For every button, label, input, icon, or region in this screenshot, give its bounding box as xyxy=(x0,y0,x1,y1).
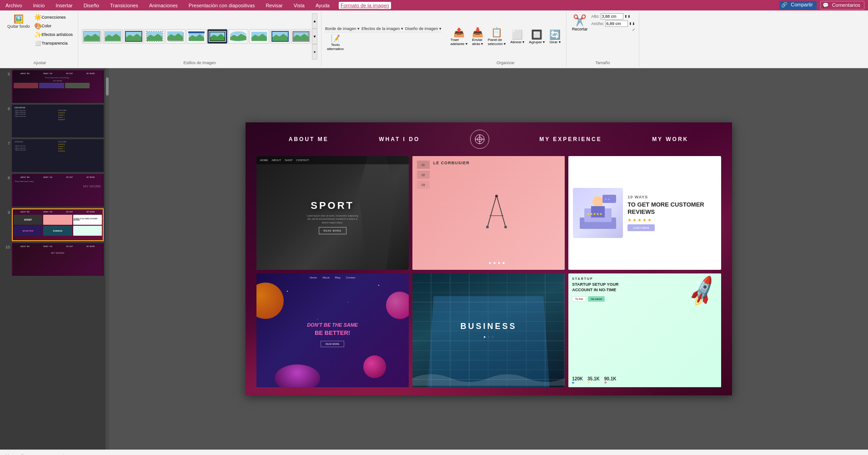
menu-revisar[interactable]: Revisar xyxy=(264,2,284,9)
menu-inicio[interactable]: Inicio xyxy=(31,2,47,9)
style-rect6[interactable] xyxy=(186,29,206,44)
styles-scroll-up[interactable]: ▲ xyxy=(312,13,317,29)
corbusier-dot3: ● xyxy=(497,260,500,265)
notes-placeholder: Haga clic para agregar notas xyxy=(5,454,70,455)
notes-bar[interactable]: Haga clic para agregar notas xyxy=(0,450,868,455)
organizar-label: Organizar xyxy=(497,60,515,65)
slide-img-5[interactable]: ABOUT MEWHAT I DOMY EXPMY WORK There hav… xyxy=(12,70,104,103)
corbusier-dot4: ● xyxy=(502,260,505,265)
menu-diseno[interactable]: Diseño xyxy=(82,2,101,9)
ancho-expand[interactable]: ⬆⬇ xyxy=(629,22,635,26)
texto-alternativo-btn[interactable]: 📝 Textoalternativo xyxy=(325,33,346,52)
card-corbusier[interactable]: 01 02 03 LE CORBUSIER xyxy=(412,156,565,270)
style-rect9[interactable] xyxy=(291,29,311,44)
efectos-imagen-btn[interactable]: Efectos de la imagen ▾ xyxy=(361,26,403,31)
style-rect1[interactable] xyxy=(82,29,102,44)
ancho-input[interactable] xyxy=(605,20,628,27)
corbusier-num1: 01 xyxy=(417,161,430,169)
svg-point-28 xyxy=(495,195,498,197)
slide-thumb-5[interactable]: 5 ABOUT MEWHAT I DOMY EXPMY WORK There h… xyxy=(2,70,104,103)
svg-rect-11 xyxy=(188,31,205,33)
menu-ayuda[interactable]: Ayuda xyxy=(314,2,331,9)
alinear-btn[interactable]: ⬜ Alinear ▾ xyxy=(508,28,526,45)
slide-canvas[interactable]: ABOUT ME WHAT I DO MY EXPERIENCE xyxy=(246,122,732,395)
space-read-more[interactable]: READ MORE xyxy=(321,341,344,347)
space-nav-home: Home xyxy=(310,276,317,279)
comments-button[interactable]: 💬 Comentarios xyxy=(820,1,864,10)
slide-img-10[interactable]: ABOUT MEWHAT I DOMY EXPMY WORK MY WORK xyxy=(12,243,104,276)
quitar-fondo-button[interactable]: 🖼️ Quitar fondo xyxy=(5,13,32,30)
style-rect8[interactable] xyxy=(270,29,290,44)
slide-panel-scrollbar[interactable] xyxy=(105,68,109,450)
star2: ★ xyxy=(632,217,637,222)
size-expand-icon[interactable]: ⤢ xyxy=(592,28,635,32)
enviar-atras-btn[interactable]: 📥 Enviaratrás ▾ xyxy=(470,26,485,47)
menu-transiciones[interactable]: Transiciones xyxy=(108,2,140,9)
stat3-num: 90.1K xyxy=(604,376,617,381)
sport-card-nav: HOME ABOUT SHOP CONTACT xyxy=(256,156,409,164)
corbusier-dot2: ● xyxy=(493,260,496,265)
reviews-number: 10 WAYS xyxy=(627,195,716,199)
card-startup[interactable]: STARTUP STARTUP SETUP YOUR ACCOUNT IN NO… xyxy=(568,273,721,387)
borde-btn[interactable]: Borde de imagen ▾ xyxy=(325,26,360,31)
startup-btn2[interactable]: Get started xyxy=(588,296,605,302)
svg-point-34 xyxy=(592,196,603,207)
corbusier-num3: 03 xyxy=(417,181,430,189)
menu-animaciones[interactable]: Animaciones xyxy=(147,2,180,9)
corbusier-brand: LE CORBUSIER xyxy=(433,161,560,165)
menu-formato[interactable]: Formato de la imagen xyxy=(339,2,391,9)
menu-presentacion[interactable]: Presentación con diapositivas xyxy=(187,2,257,9)
slide-img-8[interactable]: ABOUT MEWHAT I DOMY EXPMY WORK There hav… xyxy=(12,174,104,207)
style-rect5[interactable] xyxy=(166,29,186,44)
startup-stats: 120K 👥 35.1K ⚡ 90.1K 🎯 xyxy=(572,374,717,384)
color-button[interactable]: 🎨 Color xyxy=(33,22,75,30)
reviews-learn-more-btn[interactable]: Learn More xyxy=(627,224,655,231)
card-reviews[interactable]: ★★★★★ ✓ ✓ 10 WAYS TO GET MORE CUSTOMER R… xyxy=(568,156,721,270)
agrupar-btn[interactable]: 🔲 Agrupar ▾ xyxy=(527,28,547,45)
space-line1: DON'T BE THE SAME xyxy=(307,322,358,328)
efectos-button[interactable]: ✨ Efectos artísticos xyxy=(33,30,75,39)
traer-adelante-btn[interactable]: 📤 Traeradelante ▾ xyxy=(449,26,469,47)
startup-btn1[interactable]: Try free xyxy=(572,296,586,302)
space-line2: BE BETTER! xyxy=(315,329,350,336)
card-sport[interactable]: HOME ABOUT SHOP CONTACT SPORT Lorem ipsu… xyxy=(256,156,409,270)
share-button[interactable]: 🔗 Compartir xyxy=(779,1,816,10)
organizar-group: 📤 Traeradelante ▾ 📥 Enviaratrás ▾ 📋 Pane… xyxy=(445,11,567,67)
slide-img-7[interactable]: EXPERIENCE• Name of the item• Name of th… xyxy=(12,139,104,172)
menu-insertar[interactable]: Insertar xyxy=(54,2,74,9)
nav-about-me: ABOUT ME xyxy=(289,136,329,142)
slide-img-6[interactable]: EDUCATION • Name of the item• Name of th… xyxy=(12,105,104,137)
space-nav-contact: Contact xyxy=(346,276,356,279)
ancho-label: Ancho: xyxy=(592,21,604,26)
slide-img-9[interactable]: ABOUT MEWHAT I DOMY EXPMY WORK SPORT 10 … xyxy=(12,208,104,241)
style-rect3[interactable] xyxy=(124,29,144,44)
recortar-btn[interactable]: ✂️ Recortar xyxy=(570,13,590,32)
style-dark[interactable] xyxy=(207,29,227,44)
menu-vista[interactable]: Vista xyxy=(292,2,306,9)
style-oval[interactable] xyxy=(228,29,248,44)
panel-seleccion-btn[interactable]: 📋 Panel deselección ▾ xyxy=(486,26,508,47)
sport-read-more[interactable]: READ MORE xyxy=(319,227,346,234)
slide-thumb-9[interactable]: 9 ABOUT MEWHAT I DOMY EXPMY WORK SPORT 1… xyxy=(2,208,104,241)
card-business[interactable]: BUSINESS ● ○ ○ xyxy=(412,273,565,387)
style-rect4[interactable] xyxy=(145,29,165,44)
slide-thumb-7[interactable]: 7 EXPERIENCE• Name of the item• Name of … xyxy=(2,139,104,172)
nav-center-icon xyxy=(470,130,489,149)
slide-thumb-6[interactable]: 6 EDUCATION • Name of the item• Name of … xyxy=(2,105,104,137)
girar-btn[interactable]: 🔄 Girar ▾ xyxy=(547,28,562,45)
style-rect2[interactable] xyxy=(103,29,123,44)
slide-thumb-8[interactable]: 8 ABOUT MEWHAT I DOMY EXPMY WORK There h… xyxy=(2,174,104,207)
alto-input[interactable] xyxy=(601,13,623,20)
alto-expand[interactable]: ⬆⬇ xyxy=(624,15,631,19)
star5: ★ xyxy=(647,217,652,222)
correcciones-button[interactable]: ☀️ Correcciones xyxy=(33,13,75,21)
card-space[interactable]: Home About Blog Contact DON'T BE THE SAM… xyxy=(256,273,409,387)
transparencia-button[interactable]: ◻️ Transparencia xyxy=(33,39,75,47)
styles-expand[interactable]: ▾ xyxy=(312,44,317,60)
diseno-imagen-btn[interactable]: Diseño de imagen ▾ xyxy=(405,26,442,31)
style-rect7[interactable] xyxy=(249,29,269,44)
menu-archivo[interactable]: Archivo xyxy=(4,2,24,9)
slide-thumb-10[interactable]: 10 ABOUT MEWHAT I DOMY EXPMY WORK MY WOR… xyxy=(2,243,104,276)
stat3-icons: 🎯 xyxy=(604,381,617,384)
styles-scroll-down[interactable]: ▼ xyxy=(312,29,317,44)
